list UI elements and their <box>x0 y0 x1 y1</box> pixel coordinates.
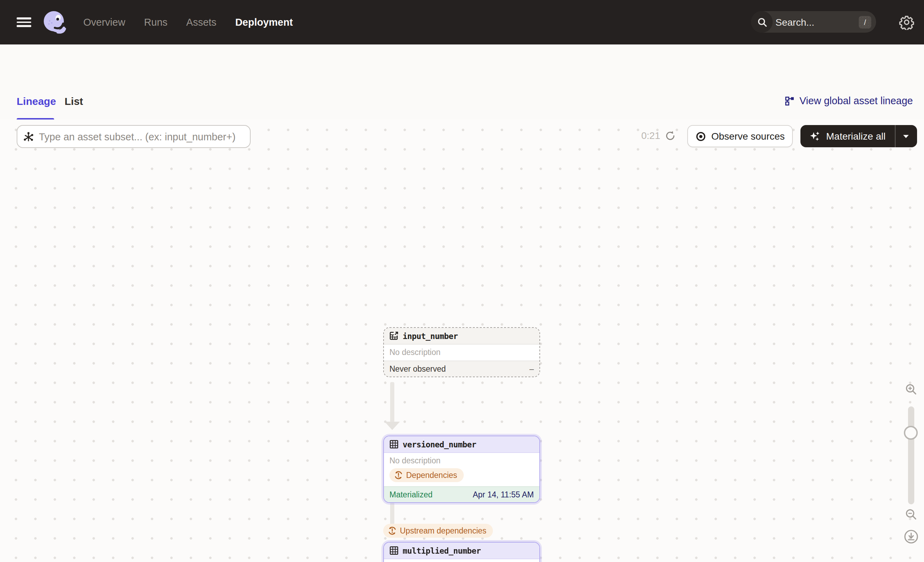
changed-sync-icon <box>394 471 403 479</box>
lineage-graph-icon <box>784 96 795 106</box>
nav-item-deployment[interactable]: Deployment <box>236 17 293 28</box>
menu-icon[interactable] <box>16 17 31 27</box>
asset-name: multiplied_number <box>403 545 481 555</box>
dependencies-badge-label: Dependencies <box>406 471 457 479</box>
asset-subset-input[interactable] <box>39 131 244 142</box>
search-input[interactable] <box>772 17 859 27</box>
edge-versioned-to-multiplied <box>390 502 394 524</box>
search-icon <box>751 11 772 33</box>
materialize-all-split-button: Materialize all <box>800 125 917 147</box>
download-image-icon[interactable] <box>904 529 918 544</box>
dependencies-changed-badge[interactable]: Dependencies <box>390 468 464 482</box>
page-header: default Asset Group in observable_source… <box>0 45 924 89</box>
zoom-slider-track[interactable] <box>908 406 914 504</box>
asset-description: No description <box>384 559 539 562</box>
asset-node-versioned-number[interactable]: versioned_number No description Dependen… <box>383 436 540 503</box>
zoom-controls <box>900 119 923 562</box>
search-shortcut-key: / <box>859 16 871 28</box>
changed-sync-icon <box>388 527 396 535</box>
asset-subset-filter[interactable] <box>16 125 250 148</box>
materialize-all-button[interactable]: Materialize all <box>800 125 894 147</box>
asset-description: No description <box>384 453 539 465</box>
tab-list[interactable]: List <box>64 95 83 107</box>
zoom-slider-knob[interactable] <box>904 426 918 440</box>
asset-table-icon <box>390 546 399 555</box>
asset-table-icon <box>390 440 399 449</box>
asset-status-label: Materialized <box>390 490 432 499</box>
nav-item-assets[interactable]: Assets <box>186 17 217 28</box>
asset-node-multiplied-number[interactable]: multiplied_number No description Materia… <box>383 542 540 562</box>
asset-status-value: – <box>530 365 534 373</box>
observe-eye-icon <box>695 131 706 141</box>
search-box[interactable]: / <box>751 11 876 33</box>
materialize-all-label: Materialize all <box>826 131 885 142</box>
asset-name: input_number <box>403 331 458 341</box>
refresh-graph-icon[interactable] <box>665 131 675 141</box>
asset-node-input-number[interactable]: input_number No description Never observ… <box>383 327 540 377</box>
observe-sources-label: Observe sources <box>711 131 785 142</box>
view-global-asset-lineage-link[interactable]: View global asset lineage <box>784 95 913 106</box>
asset-status-timestamp[interactable]: Apr 14, 11:55 AM <box>473 490 534 499</box>
upstream-dependencies-badge[interactable]: Upstream dependencies <box>383 524 492 538</box>
primary-nav: Overview Runs Assets Deployment <box>83 0 293 45</box>
zoom-out-icon[interactable] <box>905 508 917 520</box>
op-selector-icon <box>23 131 34 142</box>
source-asset-icon <box>390 331 399 340</box>
nav-item-runs[interactable]: Runs <box>144 17 168 28</box>
tabs-row: Lineage List View global asset lineage <box>0 89 924 120</box>
lineage-canvas[interactable]: 0:21 Observe sources <box>0 119 924 562</box>
top-nav-bar: Overview Runs Assets Deployment / <box>0 0 924 45</box>
dagster-app: Overview Runs Assets Deployment / defaul… <box>0 0 924 562</box>
sparkles-icon <box>810 131 820 142</box>
tab-lineage[interactable]: Lineage <box>16 95 56 107</box>
gear-icon[interactable] <box>899 15 914 30</box>
refresh-timer: 0:21 <box>628 130 660 141</box>
edge-input-to-versioned <box>390 382 394 422</box>
upstream-dependencies-label: Upstream dependencies <box>400 527 486 535</box>
view-global-asset-lineage-label: View global asset lineage <box>800 95 913 106</box>
asset-status-label: Never observed <box>390 365 446 373</box>
asset-name: versioned_number <box>403 439 476 449</box>
edge-arrowhead <box>385 422 400 430</box>
dagster-logo-icon[interactable] <box>41 9 68 35</box>
asset-description: No description <box>384 344 539 356</box>
nav-item-overview[interactable]: Overview <box>83 17 125 28</box>
observe-sources-button[interactable]: Observe sources <box>687 125 793 147</box>
zoom-in-icon[interactable] <box>905 383 917 395</box>
